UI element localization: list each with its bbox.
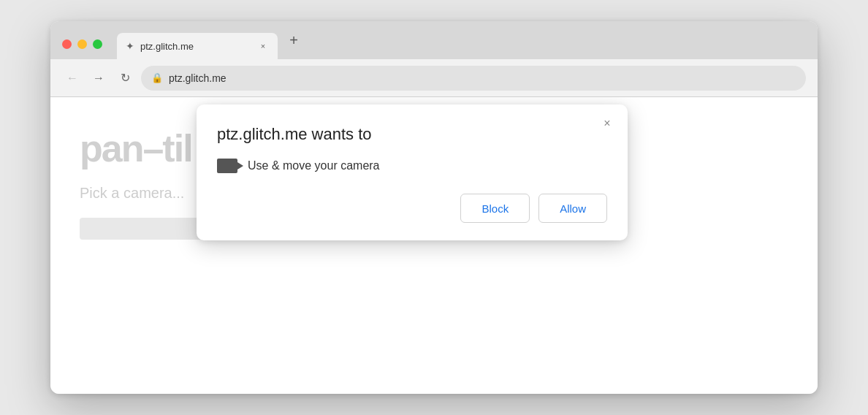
reload-button[interactable]: ↻ xyxy=(115,68,135,88)
popup-buttons: Block Allow xyxy=(217,194,607,223)
lock-icon: 🔒 xyxy=(151,72,163,83)
tab-drag-icon: ✦ xyxy=(126,40,134,52)
popup-title: ptz.glitch.me wants to xyxy=(217,125,607,144)
popup-close-button[interactable]: × xyxy=(598,115,616,132)
tab-close-button[interactable]: × xyxy=(257,40,269,52)
close-window-button[interactable] xyxy=(62,39,72,49)
forward-icon: → xyxy=(93,72,104,85)
browser-window: ✦ ptz.glitch.me × + ← → ↻ 🔒 ptz.glitch.m… xyxy=(50,21,818,394)
browser-tab[interactable]: ✦ ptz.glitch.me × xyxy=(117,33,278,59)
url-bar[interactable]: 🔒 ptz.glitch.me xyxy=(141,66,806,91)
block-button[interactable]: Block xyxy=(460,194,530,223)
forward-button[interactable]: → xyxy=(88,68,109,88)
url-text: ptz.glitch.me xyxy=(169,72,226,84)
tab-title: ptz.glitch.me xyxy=(140,41,251,52)
camera-icon xyxy=(217,159,237,173)
minimize-window-button[interactable] xyxy=(77,39,87,49)
permission-text: Use & move your camera xyxy=(248,159,380,172)
window-controls xyxy=(62,39,102,49)
permission-row: Use & move your camera xyxy=(217,159,607,173)
page-content: pan–til Pick a camera... × ptz.glitch.me… xyxy=(50,97,818,394)
maximize-window-button[interactable] xyxy=(93,39,102,49)
address-bar: ← → ↻ 🔒 ptz.glitch.me xyxy=(50,59,818,97)
allow-button[interactable]: Allow xyxy=(538,194,607,223)
permission-popup: × ptz.glitch.me wants to Use & move your… xyxy=(197,104,628,240)
page-bg-select xyxy=(80,218,211,240)
page-bg-subtext: Pick a camera... xyxy=(80,185,184,202)
page-bg-heading: pan–til xyxy=(80,126,192,170)
tab-bar: ✦ ptz.glitch.me × + xyxy=(50,21,818,59)
reload-icon: ↻ xyxy=(121,71,130,85)
new-tab-button[interactable]: + xyxy=(283,30,304,50)
back-button[interactable]: ← xyxy=(62,68,83,88)
back-icon: ← xyxy=(66,72,78,85)
